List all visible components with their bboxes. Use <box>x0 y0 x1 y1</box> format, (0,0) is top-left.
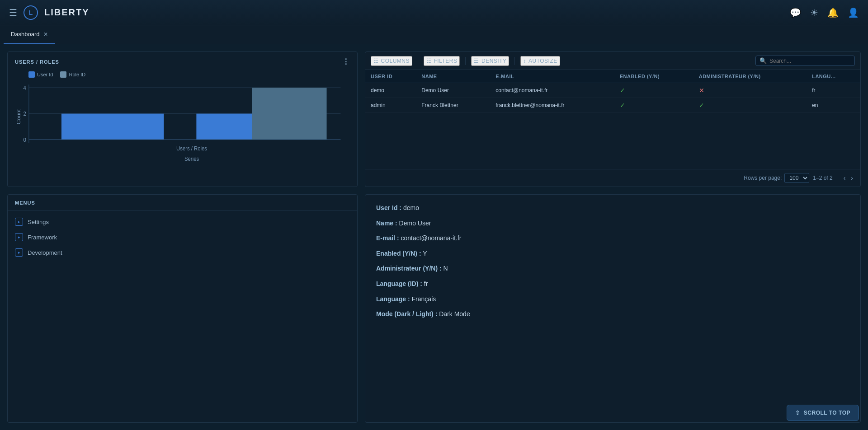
cell-admin: ✕ <box>693 83 807 98</box>
svg-text:Users / Roles: Users / Roles <box>176 145 207 152</box>
col-enabled: ENABLED (Y/N) <box>614 70 693 83</box>
tabs-bar: Dashboard ✕ <box>0 25 868 44</box>
chart-kebab-icon[interactable]: ⋮ <box>342 57 350 66</box>
detail-lang-id: Language (ID) : fr <box>376 280 849 289</box>
menu-item-framework-label: Framework <box>28 234 57 241</box>
table-scroll-area: USER ID NAME E-MAIL ENABLED (Y/N) ADMINI… <box>365 70 860 169</box>
chart-legend: User Id Role ID <box>15 71 350 78</box>
chevron-right-icon: ▸ <box>15 218 23 226</box>
cell-name: Demo User <box>416 83 490 98</box>
scroll-to-top-button[interactable]: ⇧ SCROLL TO TOP <box>787 405 859 421</box>
density-button[interactable]: ☰ DENSITY <box>471 56 509 66</box>
cell-name: Franck Blettner <box>416 98 490 113</box>
detail-user-id-value: demo <box>403 204 419 211</box>
user-icon[interactable]: 👤 <box>848 7 859 18</box>
chart-area: 4 2 0 Count <box>15 80 350 184</box>
svg-text:4: 4 <box>23 84 26 91</box>
density-icon: ☰ <box>474 58 479 64</box>
detail-enabled-label: Enabled (Y/N) : <box>376 250 421 257</box>
toolbar-divider-1 <box>418 57 418 65</box>
app-logo: L <box>24 5 38 20</box>
admin-cross-icon: ✕ <box>699 87 704 94</box>
notifications-icon[interactable]: 🔔 <box>827 7 839 18</box>
table-row[interactable]: admin Franck Blettner franck.blettner@no… <box>365 98 860 113</box>
scroll-to-top-label: SCROLL TO TOP <box>804 410 850 416</box>
col-language: LANGU... <box>807 70 860 83</box>
col-name: NAME <box>416 70 490 83</box>
hamburger-icon[interactable]: ☰ <box>9 7 17 18</box>
data-table-panel: ☷ COLUMNS ☷ FILTERS ☰ DENSITY ↕ AUTOSIZE <box>365 51 861 187</box>
col-user-id: USER ID <box>365 70 416 83</box>
autosize-button[interactable]: ↕ AUTOSIZE <box>520 56 560 66</box>
rows-per-page: Rows per page: 100 50 25 <box>744 173 809 183</box>
users-roles-chart-panel: Users / Roles ⋮ User Id Role ID 4 2 <box>7 51 358 187</box>
pagination: Rows per page: 100 50 25 1–2 of 2 ‹ › <box>365 169 860 187</box>
detail-name: Name : Demo User <box>376 219 849 228</box>
cell-user-id: admin <box>365 98 416 113</box>
cell-language: en <box>807 98 860 113</box>
chart-panel-header: Users / Roles ⋮ <box>15 57 350 66</box>
svg-text:Count: Count <box>16 109 22 124</box>
detail-email-label: E-mail : <box>376 234 399 242</box>
legend-role-id: Role ID <box>60 71 85 78</box>
detail-language-value: Français <box>412 295 436 303</box>
bar-user-id-2 <box>196 114 252 140</box>
svg-text:0: 0 <box>23 136 26 143</box>
enabled-check-icon: ✓ <box>620 87 625 94</box>
users-table: USER ID NAME E-MAIL ENABLED (Y/N) ADMINI… <box>365 70 860 113</box>
detail-mode-label: Mode (Dark / Light) : <box>376 310 437 318</box>
detail-lang-id-label: Language (ID) : <box>376 280 422 287</box>
menu-item-development[interactable]: ▸ Development <box>8 245 357 260</box>
nav-right: 💬 ☀ 🔔 👤 <box>790 7 859 18</box>
menu-item-framework[interactable]: ▸ Framework <box>8 229 357 245</box>
detail-language-label: Language : <box>376 295 410 303</box>
chart-svg: 4 2 0 Count <box>15 80 350 184</box>
detail-enabled-value: Y <box>423 250 427 257</box>
filters-icon: ☷ <box>426 58 432 64</box>
cell-enabled: ✓ <box>614 83 693 98</box>
admin-check-icon: ✓ <box>699 102 704 109</box>
search-input[interactable] <box>769 58 851 64</box>
columns-button[interactable]: ☷ COLUMNS <box>371 56 412 66</box>
page-info: 1–2 of 2 <box>813 175 832 181</box>
next-page-button[interactable]: › <box>849 173 855 182</box>
menu-item-settings[interactable]: ▸ Settings <box>8 214 357 229</box>
filters-button[interactable]: ☷ FILTERS <box>424 56 460 66</box>
toolbar-divider-3 <box>514 57 515 65</box>
table-row[interactable]: demo Demo User contact@nomana-it.fr ✓ ✕ … <box>365 83 860 98</box>
columns-icon: ☷ <box>373 58 379 64</box>
legend-role-id-label: Role ID <box>69 72 85 77</box>
tab-close-icon[interactable]: ✕ <box>43 31 48 37</box>
bottom-row: Menus ▸ Settings ▸ Framework ▸ Developme… <box>7 194 861 423</box>
top-row: Users / Roles ⋮ User Id Role ID 4 2 <box>7 51 861 187</box>
toolbar-divider-2 <box>465 57 466 65</box>
enabled-check-icon-2: ✓ <box>620 102 625 109</box>
nav-left: ☰ L LIBERTY <box>9 5 90 20</box>
search-icon: 🔍 <box>760 57 767 64</box>
legend-user-id-label: User Id <box>37 72 53 77</box>
detail-lang-id-value: fr <box>424 280 428 287</box>
cell-language: fr <box>807 83 860 98</box>
col-email: E-MAIL <box>490 70 614 83</box>
tab-dashboard-label: Dashboard <box>11 31 40 37</box>
prev-page-button[interactable]: ‹ <box>842 173 848 182</box>
menu-list: ▸ Settings ▸ Framework ▸ Development <box>8 210 357 264</box>
page-navigation: ‹ › <box>842 173 855 182</box>
detail-panel: User Id : demo Name : Demo User E-mail :… <box>365 194 861 423</box>
autosize-icon: ↕ <box>523 58 526 64</box>
detail-user-id-label: User Id : <box>376 204 401 211</box>
col-admin: ADMINISTRATEUR (Y/N) <box>693 70 807 83</box>
bar-user-id-1 <box>61 114 164 140</box>
main-content: Users / Roles ⋮ User Id Role ID 4 2 <box>0 44 868 430</box>
detail-mode-value: Dark Mode <box>439 310 470 318</box>
scroll-to-top-icon: ⇧ <box>795 410 800 416</box>
menu-item-development-label: Development <box>28 249 62 256</box>
rows-select[interactable]: 100 50 25 <box>784 173 809 183</box>
theme-icon[interactable]: ☀ <box>810 7 818 18</box>
cell-email: contact@nomana-it.fr <box>490 83 614 98</box>
tab-dashboard[interactable]: Dashboard ✕ <box>4 25 55 44</box>
legend-user-id-box <box>28 71 35 78</box>
menus-panel: Menus ▸ Settings ▸ Framework ▸ Developme… <box>7 194 358 423</box>
detail-name-value: Demo User <box>399 220 431 227</box>
support-icon[interactable]: 💬 <box>790 7 801 18</box>
